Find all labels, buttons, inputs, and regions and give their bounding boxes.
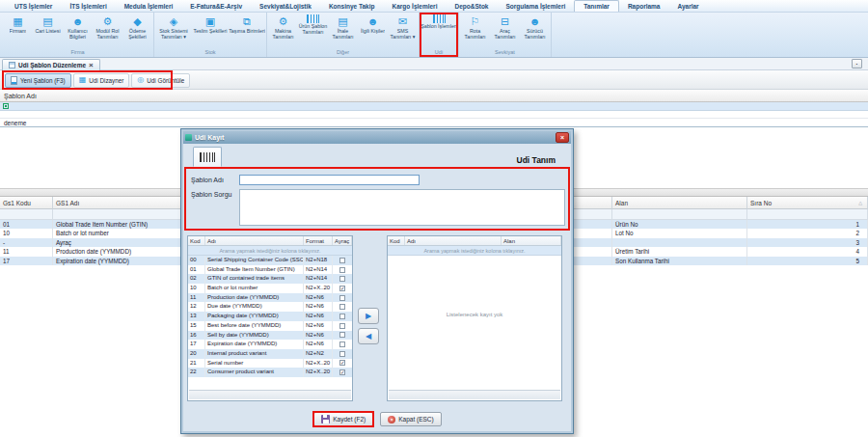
source-list-body: 00 Serial Shipping Container Code (SSCC)… <box>188 256 352 377</box>
ribbon-item-label: Firmam <box>10 28 27 34</box>
ayrac-checkbox[interactable] <box>339 267 345 273</box>
menu-item[interactable]: Sevkiyat&Lojistik <box>251 0 320 12</box>
template-grid-column-header[interactable]: Şablon Adı <box>0 90 868 102</box>
cell-kod: 17 <box>188 340 205 349</box>
tab-label: Udi Şablon Düzenleme <box>18 62 86 68</box>
sablon-adi-label: Şablon Adı <box>191 177 224 183</box>
toolbar-button[interactable]: Yeni Şablon (F3) <box>5 73 71 88</box>
ayrac-checkbox[interactable] <box>339 286 345 291</box>
ayrac-checkbox[interactable] <box>339 351 345 357</box>
designer-grid-icon: ▦ <box>79 76 87 84</box>
menu-item[interactable]: Medula İşlemleri <box>116 0 182 12</box>
cell-kod: 12 <box>188 302 205 312</box>
ribbon-item[interactable]: Ürün Şablon Tanımları <box>298 13 328 48</box>
column-header-adi[interactable]: Adı <box>205 236 304 245</box>
column-header-gs1-kodu[interactable]: Gs1 Kodu <box>0 197 53 209</box>
template-grid-row[interactable]: deneme <box>0 119 868 127</box>
column-header-ayrac[interactable]: Ayraç <box>333 236 352 245</box>
ribbon-item[interactable]: ⚙ Modül Rol Tanımları <box>93 13 122 48</box>
app-window: UTS İşlemler İTS İşlemleri Medula İşleml… <box>0 0 868 437</box>
move-left-button[interactable]: ◀ <box>358 328 379 344</box>
template-grid-filter-row[interactable] <box>0 102 868 111</box>
save-button[interactable]: Kaydet (F2) <box>313 412 373 426</box>
cell-alan <box>612 238 747 247</box>
list-item[interactable]: 00 Serial Shipping Container Code (SSCC)… <box>188 256 352 265</box>
ribbon-item[interactable]: ▣ Teslim Şekilleri <box>192 13 229 48</box>
menu-item[interactable]: İTS İşlemleri <box>61 0 115 12</box>
tab-udi-sablon-duzenleme[interactable]: Udi Şablon Düzenleme × <box>2 59 100 70</box>
tab-list-dropdown-button[interactable]: ▪ <box>852 59 862 68</box>
sablon-adi-input[interactable] <box>239 175 420 185</box>
list-item[interactable]: 22 Consumer product variant N2+X..20 <box>188 368 352 377</box>
list-item[interactable]: 20 Internal product variant N2+N2 <box>188 349 352 359</box>
column-header-kod[interactable]: Kod <box>188 236 205 245</box>
list-item[interactable]: 21 Serial number N2+X..20 <box>188 359 352 369</box>
list-item[interactable]: 13 Packaging date (YYMMDD) N2+N6 <box>188 312 352 321</box>
ribbon-item[interactable]: ☻ Sürücü Tanımları <box>520 13 550 48</box>
ribbon-item[interactable]: ◈ Stok Sistemi Tanımları ▾ <box>155 13 192 48</box>
column-header-alan[interactable]: Alan <box>502 236 561 245</box>
cell-kod: 11 <box>188 293 205 303</box>
ribbon-item[interactable]: ⚐ Rota Tanımları <box>460 13 490 48</box>
ayrac-checkbox[interactable] <box>339 258 345 263</box>
ribbon-item-sablon-islemleri[interactable]: Şablon İşlemleri <box>420 13 457 48</box>
list-item[interactable]: 10 Batch or lot number N2+X..20 <box>188 284 352 293</box>
list-item[interactable]: 15 Best before date (YYMMDD) N2+N6 <box>188 321 352 331</box>
ribbon-item[interactable]: ☻ İlgili Kişiler <box>358 13 388 48</box>
ayrac-checkbox[interactable] <box>339 332 345 338</box>
menu-item[interactable]: Depo&Stok <box>446 0 497 12</box>
move-right-button[interactable]: ▶ <box>358 308 379 324</box>
ayrac-checkbox[interactable] <box>339 276 345 282</box>
toolbar-annotation-box: Yeni Şablon (F3) ▦ Udi Dizayner ◎ Udi Gö… <box>2 70 173 90</box>
column-header-sira-no[interactable]: Sıra No △ <box>747 197 868 209</box>
dialog-udi-tab[interactable] <box>193 147 222 167</box>
column-header-kod[interactable]: Kod <box>388 236 405 245</box>
ribbon-item[interactable]: ⧉ Taşıma Birimleri <box>229 13 265 48</box>
ribbon-item[interactable]: ⊟ Araç Tanımları <box>490 13 520 48</box>
menu-item[interactable]: Kargo İşlemleri <box>383 0 446 12</box>
list-item[interactable]: 02 GTIN of contained trade items N2+N14 <box>188 274 352 284</box>
ayrac-checkbox[interactable] <box>339 295 345 301</box>
source-list-scrollbar[interactable] <box>189 390 351 399</box>
menu-item[interactable]: Sorgulama İşlemleri <box>497 0 574 12</box>
list-item[interactable]: 16 Sell by date (YYMMDD) N2+N6 <box>188 331 352 341</box>
menu-item[interactable]: Ayarlar <box>668 0 707 12</box>
ribbon-item[interactable]: ◆ Ödeme Şekilleri <box>122 13 152 48</box>
ribbon-item[interactable]: ▦ Firmam <box>3 13 33 48</box>
ribbon-item[interactable]: ☻ Kullanıcı Bilgileri <box>63 13 93 48</box>
dialog-body: Udi Tanım Şablon Adı Şablon Sorgu Kod Ad… <box>183 144 571 431</box>
ribbon-item[interactable]: ✉ SMS Tanımları ▾ <box>388 13 418 48</box>
toolbar-button[interactable]: ▦ Udi Dizayner <box>73 73 130 88</box>
ayrac-checkbox[interactable] <box>339 360 345 366</box>
list-item[interactable]: 11 Production date (YYMMDD) N2+N6 <box>188 293 352 303</box>
ribbon-item[interactable]: ▤ Cari Listesi <box>33 13 63 48</box>
ribbon-item[interactable]: ▤ İhale Tanımları <box>328 13 358 48</box>
column-header-format[interactable]: Format <box>304 236 333 245</box>
menu-item[interactable]: Konsinye Takip <box>320 0 384 12</box>
ayrac-checkbox[interactable] <box>339 341 345 347</box>
ayrac-checkbox[interactable] <box>339 314 345 319</box>
source-list-filter-row[interactable]: Arama yapmak istediğiniz kolona tıklayın… <box>188 246 352 256</box>
column-header-alan[interactable]: Alan <box>612 197 747 209</box>
dialog-close-button[interactable]: × <box>556 132 569 143</box>
list-item[interactable]: 17 Expiration date (YYMMDD) N2+N6 <box>188 340 352 349</box>
ayrac-checkbox[interactable] <box>339 369 345 375</box>
ayrac-checkbox[interactable] <box>339 323 345 329</box>
menu-bar: UTS İşlemler İTS İşlemleri Medula İşleml… <box>0 0 868 13</box>
target-list-scrollbar[interactable] <box>389 390 560 399</box>
menu-item[interactable]: UTS İşlemler <box>6 0 61 12</box>
menu-item[interactable]: Raporlama <box>619 0 669 12</box>
tab-close-icon[interactable]: × <box>89 62 94 69</box>
ribbon-item[interactable]: ⚙ Makina Tanımları <box>268 13 298 48</box>
cell-adi: Expiration date (YYMMDD) <box>205 340 304 349</box>
close-button[interactable]: × Kapat (ESC) <box>380 412 442 426</box>
sablon-sorgu-textarea[interactable] <box>239 189 565 226</box>
menu-item[interactable]: Tanımlar <box>574 0 619 12</box>
ayrac-checkbox[interactable] <box>339 304 345 310</box>
target-list-filter-row[interactable]: Arama yapmak istediğiniz kolona tıklayın… <box>388 246 561 256</box>
column-header-adi[interactable]: Adı <box>405 236 502 245</box>
toolbar-button[interactable]: ◎ Udi Görüntüle <box>131 73 190 88</box>
list-item[interactable]: 01 Global Trade Item Number (GTIN) N2+N1… <box>188 265 352 275</box>
menu-item[interactable]: E-Fatura&E-Arşiv <box>181 0 251 12</box>
list-item[interactable]: 12 Due date (YYMMDD) N2+N6 <box>188 302 352 312</box>
